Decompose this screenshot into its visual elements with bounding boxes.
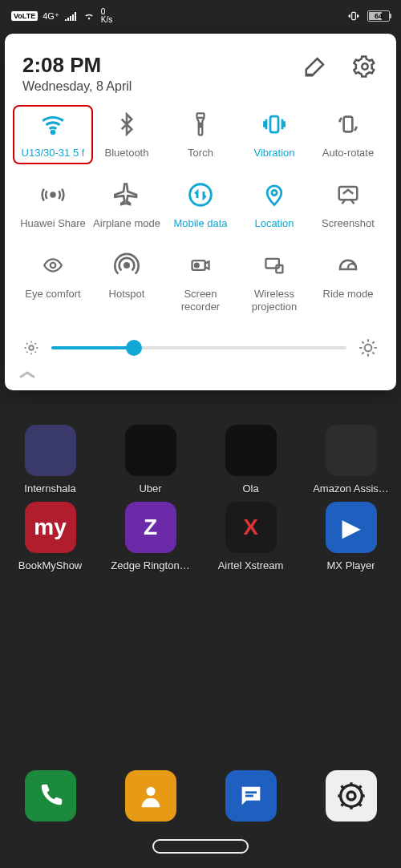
tile-label: Airplane mode bbox=[93, 217, 160, 230]
app-icon bbox=[225, 425, 277, 476]
brightness-low-icon bbox=[22, 339, 40, 357]
wifi-status-icon bbox=[82, 10, 96, 22]
wifi-icon bbox=[38, 110, 67, 139]
tile-vibration[interactable]: Vibration bbox=[239, 110, 310, 159]
app-icon: X bbox=[225, 502, 277, 553]
svg-rect-8 bbox=[196, 113, 204, 118]
airplane-icon bbox=[112, 180, 141, 209]
vibration-status-icon bbox=[346, 10, 361, 22]
tile-label: Vibration bbox=[253, 147, 294, 159]
tile-projection[interactable]: Wireless projection bbox=[239, 251, 310, 313]
gesture-pill[interactable] bbox=[152, 839, 249, 854]
svg-rect-10 bbox=[270, 116, 278, 132]
app-icon bbox=[25, 770, 76, 822]
app-contact[interactable] bbox=[122, 770, 180, 822]
app-icon: Z bbox=[125, 502, 176, 553]
app-gear[interactable] bbox=[322, 770, 380, 822]
data-speed-indicator: 0 K/s bbox=[101, 8, 112, 24]
app-Airtel Xstream[interactable]: XAirtel Xstream bbox=[222, 502, 280, 571]
tile-eyecomfort[interactable]: Eye comfort bbox=[18, 251, 88, 313]
svg-point-3 bbox=[340, 785, 362, 807]
helmet-icon bbox=[334, 251, 363, 280]
app-Uber[interactable]: Uber bbox=[122, 425, 180, 495]
quick-settings-panel: 2:08 PM Wednesday, 8 April U13/30-31 5 f… bbox=[5, 34, 396, 390]
tile-wifi[interactable]: U13/30-31 5 f bbox=[18, 110, 88, 159]
app-Amazon Assis…[interactable]: Amazon Assis… bbox=[322, 425, 380, 495]
settings-button[interactable] bbox=[351, 53, 379, 80]
autorotate-icon bbox=[334, 110, 363, 139]
svg-point-13 bbox=[190, 184, 212, 206]
location-icon bbox=[260, 180, 289, 209]
vibration-icon bbox=[260, 110, 289, 139]
tile-torch[interactable]: Torch bbox=[165, 110, 236, 159]
tile-location[interactable]: Location bbox=[239, 180, 310, 230]
svg-rect-9 bbox=[200, 123, 201, 127]
svg-point-22 bbox=[29, 345, 34, 350]
torch-icon bbox=[186, 110, 215, 139]
app-label: BookMyShow bbox=[18, 559, 82, 571]
tile-ridemode[interactable]: Ride mode bbox=[313, 251, 383, 313]
projection-icon bbox=[260, 251, 289, 280]
app-Zedge Rington…[interactable]: ZZedge Rington… bbox=[122, 502, 180, 571]
tile-mobiledata[interactable]: Mobile data bbox=[165, 180, 236, 230]
hotspot-icon bbox=[112, 251, 141, 280]
date-text: Wednesday, 8 April bbox=[22, 79, 132, 94]
app-row-2: myBookMyShowZZedge Rington…XAirtel Xstre… bbox=[0, 502, 401, 571]
tile-huaweishare[interactable]: Huawei Share bbox=[18, 180, 88, 230]
tile-label: Screen recorder bbox=[165, 288, 236, 313]
svg-point-12 bbox=[51, 193, 55, 197]
svg-rect-2 bbox=[245, 795, 253, 797]
app-label: Uber bbox=[139, 482, 161, 495]
tile-label: Bluetooth bbox=[105, 147, 149, 159]
app-phone[interactable] bbox=[22, 770, 79, 822]
tile-bluetooth[interactable]: Bluetooth bbox=[91, 110, 162, 159]
tile-label: Auto-rotate bbox=[322, 147, 374, 159]
time-text: 2:08 PM bbox=[22, 53, 132, 78]
svg-point-6 bbox=[362, 63, 368, 70]
tile-airplane[interactable]: Airplane mode bbox=[91, 180, 162, 230]
tile-recorder[interactable]: Screen recorder bbox=[165, 251, 236, 313]
tile-label: Screenshot bbox=[322, 217, 375, 230]
app-icon bbox=[225, 770, 277, 822]
dock bbox=[0, 770, 401, 822]
panel-expand-handle[interactable] bbox=[18, 363, 383, 381]
clock-block[interactable]: 2:08 PM Wednesday, 8 April bbox=[22, 53, 132, 94]
status-bar: VoLTE 4G⁺ 0 K/s 64 bbox=[0, 0, 401, 32]
mobiledata-icon bbox=[186, 180, 215, 209]
app-row-1: InternshalaUberOlaAmazon Assis… bbox=[0, 425, 401, 495]
app-Ola[interactable]: Ola bbox=[222, 425, 280, 495]
svg-point-17 bbox=[124, 263, 128, 267]
battery-indicator: 64 bbox=[367, 10, 390, 22]
brightness-high-icon bbox=[358, 337, 379, 358]
app-icon bbox=[326, 425, 377, 476]
network-gen-indicator: 4G⁺ bbox=[43, 11, 59, 22]
tile-label: Hotspot bbox=[109, 288, 145, 301]
app-Internshala[interactable]: Internshala bbox=[22, 425, 79, 495]
tile-label: Ride mode bbox=[323, 288, 374, 301]
tile-autorotate[interactable]: Auto-rotate bbox=[313, 110, 383, 159]
brightness-slider[interactable] bbox=[51, 340, 346, 356]
app-chat[interactable] bbox=[222, 770, 280, 822]
svg-point-16 bbox=[51, 263, 56, 268]
tile-screenshot[interactable]: Screenshot bbox=[313, 180, 383, 230]
app-MX Player[interactable]: ▶MX Player bbox=[322, 502, 380, 571]
app-label: MX Player bbox=[327, 559, 375, 571]
tile-hotspot[interactable]: Hotspot bbox=[91, 251, 162, 313]
recorder-icon bbox=[186, 251, 215, 280]
tile-label: U13/30-31 5 f bbox=[22, 147, 85, 159]
svg-point-14 bbox=[272, 190, 277, 195]
app-label: Internshala bbox=[24, 482, 75, 495]
app-icon bbox=[25, 425, 76, 476]
app-BookMyShow[interactable]: myBookMyShow bbox=[22, 502, 79, 571]
svg-point-4 bbox=[347, 792, 355, 800]
svg-point-23 bbox=[365, 345, 372, 352]
huaweishare-icon bbox=[38, 180, 67, 209]
tile-label: Torch bbox=[188, 147, 213, 159]
app-label: Zedge Rington… bbox=[111, 559, 189, 571]
svg-point-19 bbox=[195, 264, 199, 268]
app-label: Ola bbox=[242, 482, 258, 495]
edit-tiles-button[interactable] bbox=[302, 53, 329, 80]
svg-rect-11 bbox=[344, 117, 353, 132]
app-label: Amazon Assis… bbox=[313, 482, 389, 495]
svg-point-7 bbox=[51, 131, 54, 133]
